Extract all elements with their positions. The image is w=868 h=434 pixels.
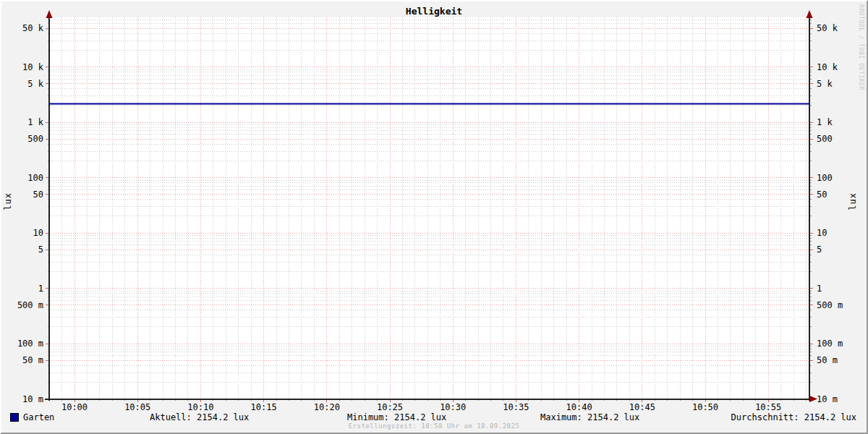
svg-text:10 m: 10 m bbox=[817, 394, 838, 404]
svg-text:5 k: 5 k bbox=[27, 79, 43, 89]
svg-text:10 k: 10 k bbox=[22, 62, 44, 72]
svg-text:1: 1 bbox=[817, 284, 822, 294]
svg-text:10 k: 10 k bbox=[817, 62, 838, 72]
svg-text:100 m: 100 m bbox=[17, 339, 43, 349]
svg-text:10:10: 10:10 bbox=[187, 402, 213, 412]
stat-durchschnitt: Durchschnitt: 2154.2 lux bbox=[731, 412, 856, 422]
svg-text:10:15: 10:15 bbox=[251, 402, 277, 412]
svg-text:50 m: 50 m bbox=[817, 355, 838, 365]
svg-text:10:45: 10:45 bbox=[629, 402, 655, 412]
creation-timestamp: Erstellungszeit: 10:58 Uhr am 18.09.2025 bbox=[1, 422, 867, 430]
svg-text:100: 100 bbox=[817, 173, 833, 183]
svg-text:1: 1 bbox=[38, 284, 43, 294]
svg-text:5: 5 bbox=[817, 244, 822, 255]
svg-text:5: 5 bbox=[38, 244, 43, 255]
svg-text:50: 50 bbox=[33, 190, 43, 200]
svg-text:10:40: 10:40 bbox=[566, 402, 592, 412]
svg-text:10:20: 10:20 bbox=[314, 402, 340, 412]
svg-text:10:55: 10:55 bbox=[755, 402, 781, 412]
svg-text:10:25: 10:25 bbox=[377, 402, 403, 412]
legend-swatch bbox=[10, 413, 19, 422]
svg-text:50 k: 50 k bbox=[22, 23, 44, 33]
svg-text:50 k: 50 k bbox=[817, 23, 838, 33]
stat-aktuell: Aktuell: 2154.2 lux bbox=[150, 412, 249, 422]
svg-text:5 k: 5 k bbox=[817, 79, 833, 89]
stat-minimum: Minimum: 2154.2 lux bbox=[347, 412, 446, 422]
svg-text:1 k: 1 k bbox=[817, 117, 833, 127]
svg-text:500 m: 500 m bbox=[817, 300, 843, 310]
svg-text:10 m: 10 m bbox=[22, 394, 43, 404]
svg-text:10:00: 10:00 bbox=[61, 402, 88, 412]
legend-series-label: Garten bbox=[23, 412, 54, 422]
svg-text:500 m: 500 m bbox=[17, 300, 43, 310]
svg-text:10:35: 10:35 bbox=[503, 402, 529, 412]
svg-text:100: 100 bbox=[27, 173, 43, 183]
y-axis-label-right: lux bbox=[848, 192, 858, 210]
svg-text:10: 10 bbox=[33, 228, 43, 238]
svg-text:500: 500 bbox=[817, 134, 833, 144]
rrdtool-graph: Helligkeit 10:0010:0510:1010:1510:2010:2… bbox=[0, 0, 868, 434]
legend-row: Garten Aktuell: 2154.2 lux Minimum: 2154… bbox=[1, 412, 867, 422]
svg-text:10: 10 bbox=[817, 228, 827, 238]
plot-canvas: 10:0010:0510:1010:1510:2010:2510:3010:35… bbox=[1, 1, 868, 434]
svg-text:50: 50 bbox=[817, 190, 827, 200]
rrdtool-watermark: RRDTOOL / TOBI OETIKER bbox=[858, 4, 864, 90]
svg-text:1 k: 1 k bbox=[27, 117, 43, 127]
svg-text:10:30: 10:30 bbox=[440, 402, 466, 412]
svg-text:500: 500 bbox=[27, 134, 43, 144]
svg-text:10:05: 10:05 bbox=[124, 402, 150, 412]
stat-maximum: Maximum: 2154.2 lux bbox=[540, 412, 639, 422]
svg-text:100 m: 100 m bbox=[817, 339, 843, 349]
y-axis-label-left: lux bbox=[3, 192, 13, 210]
legend-entry: Garten bbox=[10, 412, 54, 422]
svg-text:10:50: 10:50 bbox=[692, 402, 718, 412]
svg-text:50 m: 50 m bbox=[22, 355, 43, 365]
